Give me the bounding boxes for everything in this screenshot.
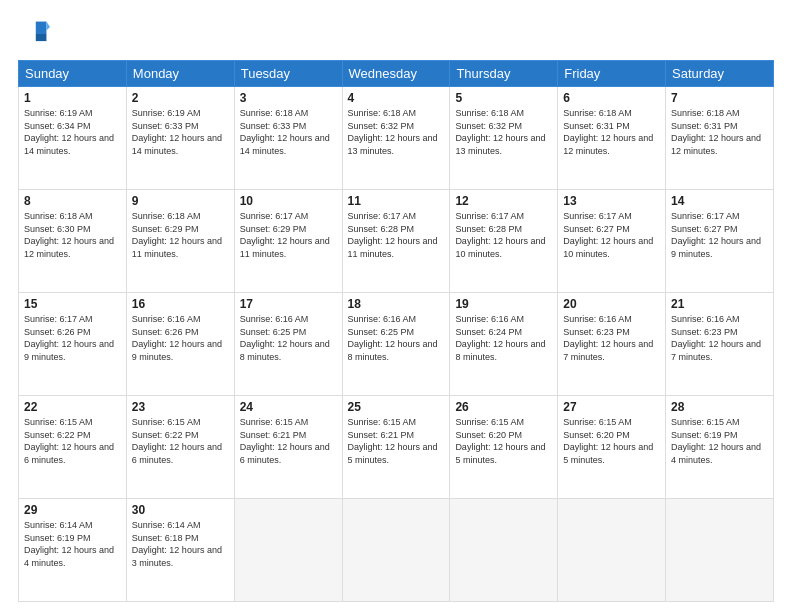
day-info: Sunrise: 6:15 AMSunset: 6:22 PMDaylight:… <box>24 417 114 465</box>
day-info: Sunrise: 6:16 AMSunset: 6:23 PMDaylight:… <box>671 314 761 362</box>
day-number: 15 <box>24 297 121 311</box>
calendar-day-cell: 24 Sunrise: 6:15 AMSunset: 6:21 PMDaylig… <box>234 396 342 499</box>
calendar-week-row: 1 Sunrise: 6:19 AMSunset: 6:34 PMDayligh… <box>19 87 774 190</box>
logo-icon <box>18 18 50 50</box>
day-info: Sunrise: 6:17 AMSunset: 6:27 PMDaylight:… <box>563 211 653 259</box>
day-info: Sunrise: 6:17 AMSunset: 6:27 PMDaylight:… <box>671 211 761 259</box>
calendar-weekday-header: Saturday <box>666 61 774 87</box>
day-number: 17 <box>240 297 337 311</box>
day-info: Sunrise: 6:15 AMSunset: 6:21 PMDaylight:… <box>240 417 330 465</box>
day-info: Sunrise: 6:16 AMSunset: 6:23 PMDaylight:… <box>563 314 653 362</box>
day-info: Sunrise: 6:16 AMSunset: 6:24 PMDaylight:… <box>455 314 545 362</box>
day-number: 3 <box>240 91 337 105</box>
day-info: Sunrise: 6:18 AMSunset: 6:33 PMDaylight:… <box>240 108 330 156</box>
logo <box>18 18 54 50</box>
day-number: 18 <box>348 297 445 311</box>
calendar-weekday-header: Sunday <box>19 61 127 87</box>
day-info: Sunrise: 6:18 AMSunset: 6:29 PMDaylight:… <box>132 211 222 259</box>
day-info: Sunrise: 6:18 AMSunset: 6:32 PMDaylight:… <box>348 108 438 156</box>
day-number: 28 <box>671 400 768 414</box>
calendar-day-cell: 15 Sunrise: 6:17 AMSunset: 6:26 PMDaylig… <box>19 293 127 396</box>
calendar-weekday-header: Monday <box>126 61 234 87</box>
day-number: 5 <box>455 91 552 105</box>
calendar-weekday-header: Tuesday <box>234 61 342 87</box>
day-number: 19 <box>455 297 552 311</box>
calendar-day-cell: 8 Sunrise: 6:18 AMSunset: 6:30 PMDayligh… <box>19 190 127 293</box>
day-number: 16 <box>132 297 229 311</box>
day-number: 6 <box>563 91 660 105</box>
calendar-day-cell: 23 Sunrise: 6:15 AMSunset: 6:22 PMDaylig… <box>126 396 234 499</box>
calendar-day-cell: 16 Sunrise: 6:16 AMSunset: 6:26 PMDaylig… <box>126 293 234 396</box>
calendar-day-cell <box>342 499 450 602</box>
calendar-day-cell: 19 Sunrise: 6:16 AMSunset: 6:24 PMDaylig… <box>450 293 558 396</box>
day-number: 21 <box>671 297 768 311</box>
day-number: 24 <box>240 400 337 414</box>
day-info: Sunrise: 6:18 AMSunset: 6:31 PMDaylight:… <box>563 108 653 156</box>
calendar-week-row: 15 Sunrise: 6:17 AMSunset: 6:26 PMDaylig… <box>19 293 774 396</box>
calendar-day-cell: 1 Sunrise: 6:19 AMSunset: 6:34 PMDayligh… <box>19 87 127 190</box>
day-info: Sunrise: 6:18 AMSunset: 6:31 PMDaylight:… <box>671 108 761 156</box>
svg-marker-0 <box>36 22 47 34</box>
calendar-day-cell: 21 Sunrise: 6:16 AMSunset: 6:23 PMDaylig… <box>666 293 774 396</box>
day-number: 23 <box>132 400 229 414</box>
day-info: Sunrise: 6:19 AMSunset: 6:34 PMDaylight:… <box>24 108 114 156</box>
calendar-day-cell: 12 Sunrise: 6:17 AMSunset: 6:28 PMDaylig… <box>450 190 558 293</box>
calendar-weekday-header: Thursday <box>450 61 558 87</box>
day-number: 9 <box>132 194 229 208</box>
calendar-day-cell: 25 Sunrise: 6:15 AMSunset: 6:21 PMDaylig… <box>342 396 450 499</box>
day-number: 8 <box>24 194 121 208</box>
calendar-day-cell: 20 Sunrise: 6:16 AMSunset: 6:23 PMDaylig… <box>558 293 666 396</box>
day-number: 11 <box>348 194 445 208</box>
day-number: 2 <box>132 91 229 105</box>
page: SundayMondayTuesdayWednesdayThursdayFrid… <box>0 0 792 612</box>
day-number: 12 <box>455 194 552 208</box>
day-info: Sunrise: 6:17 AMSunset: 6:28 PMDaylight:… <box>348 211 438 259</box>
day-info: Sunrise: 6:19 AMSunset: 6:33 PMDaylight:… <box>132 108 222 156</box>
calendar-day-cell: 28 Sunrise: 6:15 AMSunset: 6:19 PMDaylig… <box>666 396 774 499</box>
calendar-day-cell: 14 Sunrise: 6:17 AMSunset: 6:27 PMDaylig… <box>666 190 774 293</box>
calendar-day-cell: 13 Sunrise: 6:17 AMSunset: 6:27 PMDaylig… <box>558 190 666 293</box>
calendar-day-cell: 18 Sunrise: 6:16 AMSunset: 6:25 PMDaylig… <box>342 293 450 396</box>
calendar-day-cell: 30 Sunrise: 6:14 AMSunset: 6:18 PMDaylig… <box>126 499 234 602</box>
calendar-weekday-header: Friday <box>558 61 666 87</box>
calendar-day-cell <box>558 499 666 602</box>
day-info: Sunrise: 6:17 AMSunset: 6:29 PMDaylight:… <box>240 211 330 259</box>
day-info: Sunrise: 6:15 AMSunset: 6:20 PMDaylight:… <box>455 417 545 465</box>
day-number: 7 <box>671 91 768 105</box>
day-info: Sunrise: 6:16 AMSunset: 6:25 PMDaylight:… <box>348 314 438 362</box>
calendar-week-row: 22 Sunrise: 6:15 AMSunset: 6:22 PMDaylig… <box>19 396 774 499</box>
day-number: 30 <box>132 503 229 517</box>
calendar-day-cell: 29 Sunrise: 6:14 AMSunset: 6:19 PMDaylig… <box>19 499 127 602</box>
calendar-day-cell: 26 Sunrise: 6:15 AMSunset: 6:20 PMDaylig… <box>450 396 558 499</box>
day-info: Sunrise: 6:15 AMSunset: 6:21 PMDaylight:… <box>348 417 438 465</box>
calendar-day-cell <box>234 499 342 602</box>
day-number: 22 <box>24 400 121 414</box>
calendar-day-cell: 27 Sunrise: 6:15 AMSunset: 6:20 PMDaylig… <box>558 396 666 499</box>
day-info: Sunrise: 6:18 AMSunset: 6:32 PMDaylight:… <box>455 108 545 156</box>
day-number: 29 <box>24 503 121 517</box>
day-info: Sunrise: 6:17 AMSunset: 6:26 PMDaylight:… <box>24 314 114 362</box>
calendar-week-row: 29 Sunrise: 6:14 AMSunset: 6:19 PMDaylig… <box>19 499 774 602</box>
day-number: 25 <box>348 400 445 414</box>
day-number: 26 <box>455 400 552 414</box>
day-info: Sunrise: 6:16 AMSunset: 6:26 PMDaylight:… <box>132 314 222 362</box>
day-number: 4 <box>348 91 445 105</box>
calendar-day-cell: 7 Sunrise: 6:18 AMSunset: 6:31 PMDayligh… <box>666 87 774 190</box>
day-info: Sunrise: 6:18 AMSunset: 6:30 PMDaylight:… <box>24 211 114 259</box>
day-info: Sunrise: 6:14 AMSunset: 6:18 PMDaylight:… <box>132 520 222 568</box>
calendar-day-cell: 6 Sunrise: 6:18 AMSunset: 6:31 PMDayligh… <box>558 87 666 190</box>
calendar-day-cell: 4 Sunrise: 6:18 AMSunset: 6:32 PMDayligh… <box>342 87 450 190</box>
day-info: Sunrise: 6:17 AMSunset: 6:28 PMDaylight:… <box>455 211 545 259</box>
day-number: 10 <box>240 194 337 208</box>
calendar-day-cell <box>450 499 558 602</box>
calendar-day-cell <box>666 499 774 602</box>
calendar-day-cell: 2 Sunrise: 6:19 AMSunset: 6:33 PMDayligh… <box>126 87 234 190</box>
day-number: 20 <box>563 297 660 311</box>
header <box>18 18 774 50</box>
day-number: 14 <box>671 194 768 208</box>
calendar-day-cell: 3 Sunrise: 6:18 AMSunset: 6:33 PMDayligh… <box>234 87 342 190</box>
calendar-weekday-header: Wednesday <box>342 61 450 87</box>
day-info: Sunrise: 6:14 AMSunset: 6:19 PMDaylight:… <box>24 520 114 568</box>
calendar-day-cell: 22 Sunrise: 6:15 AMSunset: 6:22 PMDaylig… <box>19 396 127 499</box>
calendar-week-row: 8 Sunrise: 6:18 AMSunset: 6:30 PMDayligh… <box>19 190 774 293</box>
